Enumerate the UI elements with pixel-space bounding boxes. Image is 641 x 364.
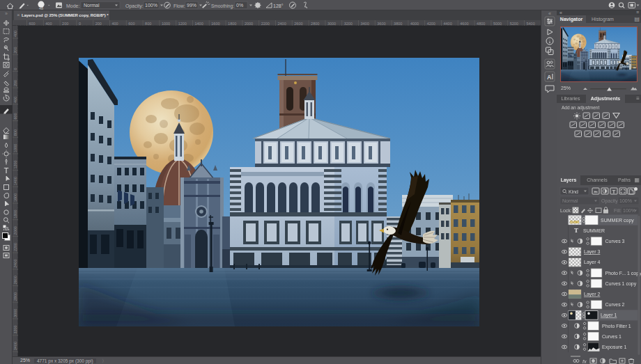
svg-text:2600: 2600 bbox=[13, 276, 17, 284]
svg-text:Smoothing:: Smoothing: bbox=[211, 3, 234, 9]
svg-text:1000: 1000 bbox=[162, 22, 170, 26]
svg-text:5400: 5400 bbox=[527, 22, 535, 26]
svg-text:128°: 128° bbox=[273, 3, 284, 8]
svg-text:3400: 3400 bbox=[13, 342, 17, 350]
svg-text:1200: 1200 bbox=[178, 22, 187, 26]
svg-text:Exposure 1: Exposure 1 bbox=[602, 345, 627, 350]
svg-text:4000: 4000 bbox=[410, 22, 419, 26]
svg-text:1800: 1800 bbox=[228, 22, 236, 26]
svg-text:3200: 3200 bbox=[13, 325, 17, 333]
svg-text:400: 400 bbox=[13, 97, 17, 103]
svg-text:2600: 2600 bbox=[294, 22, 302, 26]
svg-text:Kind: Kind bbox=[569, 189, 578, 194]
svg-text:SUMMER copy: SUMMER copy bbox=[601, 218, 634, 223]
svg-text:0: 0 bbox=[79, 22, 81, 26]
svg-text:1400: 1400 bbox=[195, 22, 203, 26]
svg-text:2400: 2400 bbox=[13, 260, 17, 268]
svg-text:1600: 1600 bbox=[211, 22, 219, 26]
svg-text:200: 200 bbox=[95, 22, 102, 26]
svg-text:3600: 3600 bbox=[377, 22, 385, 26]
svg-text:»: » bbox=[5, 11, 8, 16]
svg-text:Opacity:: Opacity: bbox=[601, 198, 619, 204]
svg-text:0: 0 bbox=[13, 68, 17, 70]
svg-text:1000: 1000 bbox=[13, 144, 17, 152]
svg-text:600: 600 bbox=[29, 22, 36, 26]
svg-text:2200: 2200 bbox=[13, 243, 17, 251]
svg-text:100%: 100% bbox=[145, 3, 157, 8]
svg-text:400: 400 bbox=[45, 22, 52, 26]
svg-text:T: T bbox=[612, 189, 616, 195]
svg-text:200: 200 bbox=[62, 22, 68, 26]
svg-text:1400: 1400 bbox=[13, 177, 17, 185]
svg-text:200: 200 bbox=[13, 80, 17, 86]
svg-text:4600: 4600 bbox=[460, 22, 468, 26]
svg-text:Normal: Normal bbox=[562, 198, 578, 203]
svg-text:Lock:: Lock: bbox=[560, 208, 572, 213]
svg-text:400: 400 bbox=[13, 31, 17, 37]
svg-text:1600: 1600 bbox=[13, 193, 17, 202]
svg-text:400: 400 bbox=[112, 22, 118, 26]
svg-text:Curves 2: Curves 2 bbox=[605, 302, 625, 307]
svg-text:99%: 99% bbox=[187, 3, 196, 8]
svg-text:1200: 1200 bbox=[13, 160, 17, 168]
svg-text:800: 800 bbox=[13, 129, 17, 136]
svg-text:Photo Filter 1: Photo Filter 1 bbox=[602, 324, 631, 329]
svg-text:Opacity:: Opacity: bbox=[125, 3, 144, 9]
svg-text:600: 600 bbox=[128, 22, 134, 26]
svg-text:Fill:: Fill: bbox=[614, 208, 621, 213]
svg-text:3000: 3000 bbox=[327, 22, 336, 26]
svg-text:200: 200 bbox=[13, 47, 17, 54]
svg-text:fx: fx bbox=[582, 358, 587, 364]
svg-text:5200: 5200 bbox=[510, 22, 518, 26]
svg-text:Curves 1: Curves 1 bbox=[602, 334, 621, 339]
svg-text:Curves 1 copy: Curves 1 copy bbox=[605, 281, 637, 287]
svg-text:Photo F... 1 copy: Photo F... 1 copy bbox=[605, 271, 641, 276]
svg-text:«: « bbox=[548, 11, 551, 16]
svg-text:Layer 2: Layer 2 bbox=[584, 292, 600, 297]
svg-text:Layer 4: Layer 4 bbox=[584, 260, 600, 265]
svg-text:0%: 0% bbox=[236, 3, 243, 8]
svg-text:2200: 2200 bbox=[261, 22, 270, 26]
svg-text:Mode:: Mode: bbox=[66, 3, 80, 8]
svg-text:SUMR: SUMR bbox=[570, 221, 580, 224]
svg-text:A: A bbox=[547, 74, 552, 81]
svg-text:Curves 3: Curves 3 bbox=[605, 239, 625, 244]
svg-text:3400: 3400 bbox=[361, 22, 369, 26]
svg-text:3800: 3800 bbox=[394, 22, 402, 26]
svg-text:Layer 3: Layer 3 bbox=[584, 249, 600, 255]
svg-text:1800: 1800 bbox=[13, 209, 17, 218]
svg-text:2800: 2800 bbox=[311, 22, 319, 26]
svg-text:100%: 100% bbox=[619, 198, 632, 203]
svg-text:Flow:: Flow: bbox=[173, 3, 185, 8]
svg-text:4800: 4800 bbox=[477, 22, 485, 26]
svg-text:T: T bbox=[574, 227, 578, 234]
svg-text:4200: 4200 bbox=[427, 22, 435, 26]
svg-text:SUMMER: SUMMER bbox=[583, 228, 605, 233]
svg-text:Normal: Normal bbox=[84, 3, 100, 8]
svg-text:4400: 4400 bbox=[444, 22, 452, 26]
svg-text:2800: 2800 bbox=[13, 292, 17, 301]
svg-text:2400: 2400 bbox=[278, 22, 286, 26]
svg-text:Layer 1: Layer 1 bbox=[601, 312, 617, 318]
svg-text:5000: 5000 bbox=[493, 22, 502, 26]
svg-text:100%: 100% bbox=[623, 208, 635, 213]
svg-text:800: 800 bbox=[145, 22, 151, 26]
svg-text:2000: 2000 bbox=[245, 22, 253, 26]
svg-text:3000: 3000 bbox=[13, 309, 17, 317]
svg-text:3200: 3200 bbox=[344, 22, 353, 26]
svg-text:600: 600 bbox=[13, 113, 17, 119]
svg-text:2000: 2000 bbox=[13, 226, 17, 235]
